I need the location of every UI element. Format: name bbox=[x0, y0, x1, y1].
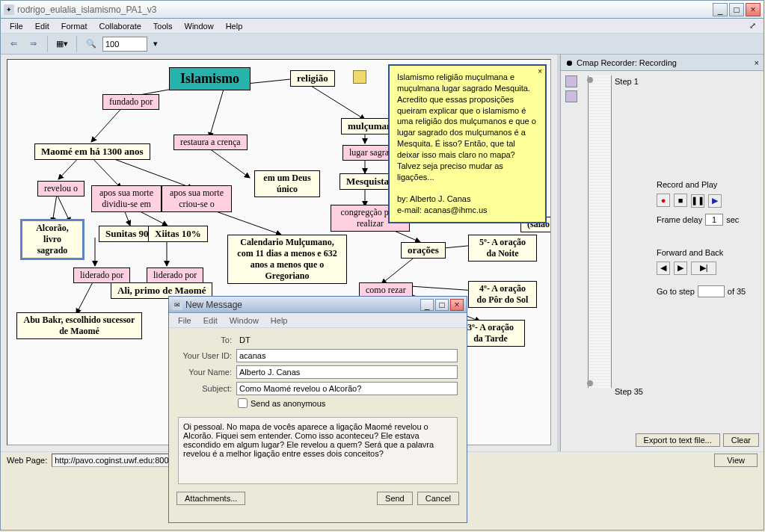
clear-button[interactable]: Clear bbox=[723, 433, 759, 447]
timeline[interactable] bbox=[588, 75, 612, 388]
recorder-close-icon[interactable]: × bbox=[755, 58, 759, 67]
minimize-button[interactable]: _ bbox=[713, 3, 728, 16]
recorder-title: Cmap Recorder: Recording bbox=[577, 58, 677, 67]
close-button[interactable]: × bbox=[746, 3, 761, 16]
record-button[interactable]: ● bbox=[657, 194, 670, 207]
maximize-button[interactable]: □ bbox=[729, 3, 744, 16]
svg-line-14 bbox=[52, 194, 57, 223]
node-alcorao[interactable]: Alcorão, livro sagrado bbox=[21, 220, 84, 259]
attachments-button[interactable]: Attachments... bbox=[176, 492, 245, 505]
timeline-marker-top[interactable] bbox=[587, 77, 593, 83]
forward-back-label: Forward and Back bbox=[657, 248, 759, 257]
dialog-menu-edit: Edit bbox=[197, 315, 224, 327]
zoom-input[interactable] bbox=[102, 37, 147, 52]
step-fwd-button[interactable]: ▶ bbox=[674, 262, 687, 275]
userid-input[interactable] bbox=[236, 349, 458, 362]
forward-button[interactable]: ⇒ bbox=[25, 36, 41, 52]
link-apos1[interactable]: apos sua morte dividiu-se em bbox=[91, 185, 162, 212]
link-lider1[interactable]: liderado por bbox=[73, 267, 130, 283]
step-back-button[interactable]: ◀ bbox=[657, 262, 670, 275]
sec-label: sec bbox=[726, 215, 739, 224]
annotation-note[interactable]: × Islamismo religião muçulmana e muçulma… bbox=[388, 64, 547, 223]
node-calend[interactable]: Calendario Mulçumano, com 11 dias a meno… bbox=[227, 235, 347, 284]
dialog-menu-window[interactable]: Window bbox=[224, 315, 265, 327]
node-deus[interactable]: em um Deus único bbox=[254, 170, 320, 197]
svg-line-4 bbox=[305, 82, 365, 120]
menu-file[interactable]: File bbox=[4, 20, 29, 32]
export-button[interactable]: Export to text file... bbox=[636, 433, 720, 447]
anon-checkbox[interactable] bbox=[238, 398, 248, 408]
step1-label: Step 1 bbox=[615, 77, 646, 86]
node-maome[interactable]: Maomé em há 1300 anos bbox=[34, 143, 150, 160]
menu-help[interactable]: Help bbox=[220, 20, 249, 32]
dialog-close-button[interactable]: × bbox=[450, 299, 464, 311]
dialog-menu-file[interactable]: File bbox=[172, 315, 197, 327]
menubar: File Edit Format Collaborate Tools Windo… bbox=[1, 19, 764, 34]
dialog-icon: ✉ bbox=[172, 300, 182, 310]
dialog-title: New Message bbox=[185, 300, 420, 310]
menu-collaborate[interactable]: Collaborate bbox=[93, 20, 147, 32]
back-button[interactable]: ⇐ bbox=[5, 36, 22, 52]
of35-label: of 35 bbox=[728, 287, 746, 296]
dialog-maximize-button[interactable]: □ bbox=[435, 299, 449, 311]
svg-line-21 bbox=[76, 278, 95, 314]
frame-delay-input[interactable] bbox=[705, 214, 723, 226]
stop-button[interactable]: ■ bbox=[674, 194, 687, 207]
toolbar: ⇐ ⇒ ▦▾ 🔍 ▾ bbox=[1, 34, 764, 55]
dialog-minimize-button[interactable]: _ bbox=[420, 299, 434, 311]
menu-window[interactable]: Window bbox=[179, 20, 220, 32]
expand-icon[interactable]: ⤢ bbox=[744, 18, 761, 34]
link-lider2[interactable]: liderado por bbox=[147, 267, 203, 283]
link-apos2[interactable]: apos sua morte criou-se o bbox=[162, 185, 232, 212]
rec-tool-1[interactable] bbox=[565, 75, 577, 87]
timeline-marker-bottom[interactable] bbox=[587, 380, 593, 386]
recorder-panel: ⏺ Cmap Recorder: Recording × Step 1 bbox=[560, 55, 764, 451]
new-message-dialog: ✉ New Message _ □ × File Edit Window Hel… bbox=[168, 296, 467, 523]
node-islamismo[interactable]: Islamismo bbox=[169, 67, 251, 90]
subject-input[interactable] bbox=[236, 382, 458, 395]
link-restaura[interactable]: restaura a crença bbox=[173, 134, 248, 150]
step-buttons: ◀ ▶ ▶| bbox=[657, 262, 759, 275]
dialog-menu-help[interactable]: Help bbox=[265, 315, 294, 327]
userid-label: Your User ID: bbox=[178, 351, 232, 360]
menu-format[interactable]: Format bbox=[55, 20, 93, 32]
node-oracoes[interactable]: orações bbox=[401, 242, 446, 259]
name-label: Your Name: bbox=[178, 368, 232, 377]
menu-edit[interactable]: Edit bbox=[29, 20, 55, 32]
recorder-header: ⏺ Cmap Recorder: Recording × bbox=[561, 55, 764, 71]
goto-input[interactable] bbox=[698, 285, 725, 297]
svg-line-2 bbox=[209, 87, 224, 137]
menu-tools[interactable]: Tools bbox=[147, 20, 179, 32]
node-or5[interactable]: 5º- A oração da Noite bbox=[468, 235, 537, 262]
node-or4[interactable]: 4º- A oração do Pôr do Sol bbox=[468, 281, 537, 308]
to-label: To: bbox=[178, 335, 232, 344]
node-mesquista[interactable]: Mesquista bbox=[340, 173, 396, 190]
to-value: DT bbox=[236, 334, 254, 346]
node-religiao[interactable]: religião bbox=[290, 70, 335, 87]
node-abu[interactable]: Abu Bakr, escolhido sucessor de Maomé bbox=[16, 312, 142, 339]
pause-button[interactable]: ❚❚ bbox=[691, 194, 704, 208]
note-icon[interactable] bbox=[353, 70, 366, 84]
window-title: rodrigo_eulalia_islamismo_PA1_v3 bbox=[17, 4, 713, 15]
play-button[interactable]: ▶ bbox=[708, 194, 722, 208]
play-buttons: ● ■ ❚❚ ▶ bbox=[657, 194, 759, 208]
rec-tool-2[interactable] bbox=[565, 90, 577, 102]
link-revelou[interactable]: revelou o bbox=[37, 181, 85, 197]
note-close-icon[interactable]: × bbox=[538, 66, 542, 77]
svg-line-3 bbox=[91, 105, 125, 142]
cancel-button[interactable]: Cancel bbox=[417, 492, 459, 505]
name-input[interactable] bbox=[236, 365, 458, 379]
scale-dropdown[interactable]: ▦▾ bbox=[54, 36, 70, 52]
zoom-drop-icon[interactable]: ▾ bbox=[150, 36, 161, 52]
link-fundado[interactable]: fundado por bbox=[102, 94, 159, 110]
send-button[interactable]: Send bbox=[377, 492, 413, 505]
svg-line-5 bbox=[206, 146, 250, 178]
recorder-icon: ⏺ bbox=[565, 58, 574, 67]
step-last-button[interactable]: ▶| bbox=[691, 262, 716, 275]
node-xiitas[interactable]: Xiitas 10% bbox=[148, 226, 208, 242]
record-play-label: Record and Play bbox=[657, 180, 759, 189]
zoom-icon[interactable]: 🔍 bbox=[83, 36, 99, 52]
view-button[interactable]: View bbox=[714, 454, 758, 467]
note-by: by: Alberto J. Canas bbox=[397, 194, 538, 205]
message-body[interactable]: Oi pessoal. No mapa de vocês aparece a l… bbox=[178, 417, 458, 484]
